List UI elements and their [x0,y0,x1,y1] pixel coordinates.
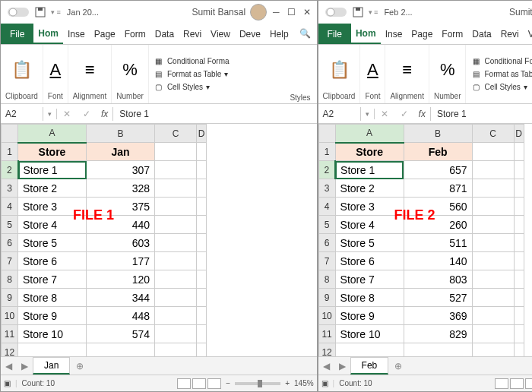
cell[interactable]: Store [18,143,87,161]
cell[interactable] [155,270,197,289]
cell[interactable] [472,234,514,252]
cell-styles-button[interactable]: ▢Cell Styles ▾ [154,82,312,93]
cell[interactable]: 369 [404,307,472,325]
col-header-b[interactable]: B [87,125,155,143]
col-header-d[interactable]: D [514,125,524,143]
cell[interactable]: Store 10 [335,325,404,343]
cell[interactable]: Store 8 [335,289,404,307]
row-header[interactable]: 3 [2,179,18,198]
tab-insert[interactable]: Inse [63,24,90,44]
format-table-button[interactable]: ▤Format as Table ▾ [470,69,532,80]
sheet-nav-next[interactable]: ▶ [17,361,33,371]
cell[interactable] [18,343,87,357]
ribbon-font[interactable]: AFont [43,45,68,103]
cell[interactable]: Store [335,143,404,161]
cell[interactable]: Store 4 [335,216,404,234]
cell[interactable] [514,216,524,234]
cell[interactable] [472,325,514,343]
record-macro-icon[interactable]: ▣ [4,379,11,387]
tab-page[interactable]: Page [90,24,120,44]
cell[interactable]: 871 [404,179,472,198]
row-header[interactable]: 4 [318,198,335,216]
cell[interactable] [197,252,207,270]
tab-view[interactable]: View [206,24,235,44]
cell[interactable] [155,143,197,161]
zoom-slider[interactable] [235,382,280,385]
add-sheet-button[interactable]: ⊕ [70,361,90,371]
select-all-corner[interactable] [2,125,18,143]
cell[interactable] [404,343,472,357]
fx-cancel-icon[interactable]: ✕ [57,107,77,121]
select-all-corner[interactable] [318,125,335,143]
tab-home[interactable]: Hom [351,24,381,44]
cell-selected[interactable]: Store 1 [335,161,404,179]
fx-icon[interactable]: fx [97,107,112,121]
view-pagebreak-button[interactable] [525,378,532,389]
cell[interactable] [155,289,197,307]
sheet-tab[interactable]: Feb [350,357,389,375]
user-name[interactable]: Sumit Bansal [509,7,532,17]
col-header-a[interactable]: A [18,125,87,143]
row-header[interactable]: 8 [2,270,18,289]
cell[interactable] [335,343,404,357]
cell[interactable] [472,198,514,216]
conditional-format-button[interactable]: ▦Conditional Forma [154,56,312,67]
cell[interactable]: Store 8 [18,289,87,307]
sheet-nav-prev[interactable]: ◀ [1,361,17,371]
cell[interactable] [514,252,524,270]
cell[interactable] [472,307,514,325]
cell[interactable] [155,325,197,343]
cell[interactable] [514,325,524,343]
cell[interactable] [472,179,514,198]
fx-icon[interactable]: fx [414,107,430,121]
cell[interactable] [155,234,197,252]
row-header[interactable]: 11 [2,325,18,343]
tab-formulas[interactable]: Form [437,24,467,44]
ribbon-alignment[interactable]: ≡Alignment [68,45,112,103]
dropdown-icon[interactable]: ▾ ≡ [51,8,61,16]
cell[interactable] [197,143,207,161]
cell[interactable]: Store 7 [335,270,404,289]
row-header[interactable]: 10 [2,307,18,325]
tab-data[interactable]: Data [467,24,496,44]
cell[interactable] [514,179,524,198]
row-header[interactable]: 2 [318,161,335,179]
avatar[interactable] [250,4,267,21]
tab-review[interactable]: Revi [179,24,206,44]
cell[interactable] [197,198,207,216]
record-macro-icon[interactable]: ▣ [321,379,328,387]
row-header[interactable]: 5 [318,216,335,234]
add-sheet-button[interactable]: ⊕ [388,361,408,371]
name-box[interactable]: A2 [318,107,361,121]
cell[interactable]: Store 10 [18,325,87,343]
conditional-format-button[interactable]: ▦Conditional Forma [470,56,532,67]
zoom-in-button[interactable]: + [285,379,290,387]
tab-file[interactable]: File [1,24,33,44]
zoom-out-button[interactable]: − [226,379,230,387]
name-box-dropdown[interactable]: ▾ [361,109,375,119]
cell[interactable] [514,343,524,357]
tab-file[interactable]: File [318,24,351,44]
ribbon-clipboard[interactable]: 📋Clipboard [1,45,43,103]
row-header[interactable]: 6 [2,234,18,252]
cell[interactable]: Store 2 [18,179,87,198]
row-header[interactable]: 12 [2,343,18,357]
search-icon[interactable]: 🔍 [293,24,317,44]
row-header[interactable]: 5 [2,216,18,234]
cell[interactable] [197,307,207,325]
fx-cancel-icon[interactable]: ✕ [375,107,394,121]
autosave-toggle[interactable] [325,5,347,19]
row-header[interactable]: 8 [318,270,335,289]
cell[interactable]: 307 [87,161,155,179]
formula-input[interactable]: Store 1 [113,107,316,121]
cell[interactable]: 574 [87,325,155,343]
sheet-nav-prev[interactable]: ◀ [318,361,334,371]
tab-formulas[interactable]: Form [120,24,150,44]
cell[interactable] [472,161,514,179]
cell[interactable]: Store 3 [335,198,404,216]
cell[interactable]: 511 [404,234,472,252]
cell[interactable]: Store 5 [18,234,87,252]
cell[interactable]: Store 9 [335,307,404,325]
ribbon-number[interactable]: %Number [112,45,149,103]
row-header[interactable]: 7 [318,252,335,270]
